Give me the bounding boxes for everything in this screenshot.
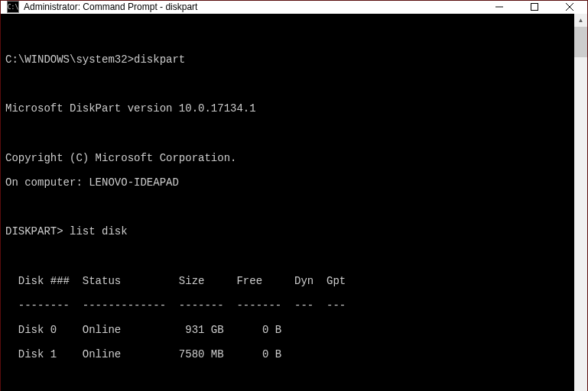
console-line: DISKPART> list disk — [5, 225, 571, 238]
disk-table-row: Disk 0 Online 931 GB 0 B — [5, 324, 571, 336]
console-line: Microsoft DiskPart version 10.0.17134.1 — [5, 102, 571, 115]
client-area: C:\WINDOWS\system32>diskpart Microsoft D… — [1, 14, 587, 391]
cmd-icon: C:\ — [7, 1, 19, 13]
disk-table-divider: -------- ------------- ------- ------- -… — [5, 299, 571, 312]
vertical-scrollbar[interactable]: ▲ ▼ — [574, 14, 587, 391]
minimize-icon — [495, 3, 503, 11]
window-title: Administrator: Command Prompt - diskpart — [24, 2, 482, 12]
window-controls — [482, 1, 587, 13]
scroll-thumb[interactable] — [574, 27, 587, 57]
close-icon — [566, 3, 573, 11]
scroll-up-button[interactable]: ▲ — [574, 14, 587, 27]
command-prompt-window: C:\ Administrator: Command Prompt - disk… — [0, 0, 588, 391]
disk-table-row: Disk 1 Online 7580 MB 0 B — [5, 348, 571, 360]
disk-table-header: Disk ### Status Size Free Dyn Gpt — [5, 275, 571, 287]
console-line: Copyright (C) Microsoft Corporation. — [5, 152, 571, 164]
console-output[interactable]: C:\WINDOWS\system32>diskpart Microsoft D… — [1, 14, 574, 391]
console-line: C:\WINDOWS\system32>diskpart — [5, 53, 571, 66]
maximize-icon — [531, 3, 538, 11]
svg-rect-1 — [531, 4, 538, 11]
close-button[interactable] — [552, 1, 587, 13]
maximize-button[interactable] — [517, 1, 552, 13]
title-bar[interactable]: C:\ Administrator: Command Prompt - disk… — [1, 1, 587, 14]
console-line: On computer: LENOVO-IDEAPAD — [5, 176, 571, 189]
minimize-button[interactable] — [482, 1, 517, 13]
